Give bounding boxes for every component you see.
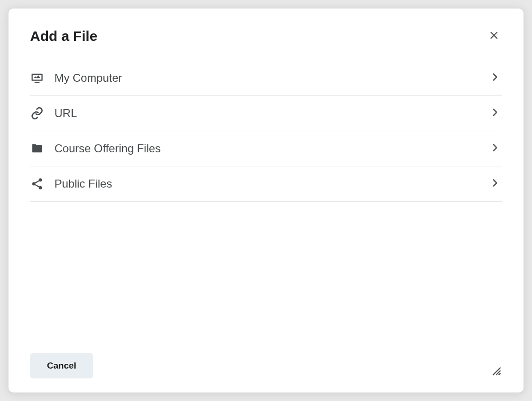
chevron-right-icon bbox=[490, 72, 500, 84]
svg-point-2 bbox=[39, 178, 42, 181]
modal-title: Add a File bbox=[30, 28, 97, 44]
chevron-right-icon bbox=[490, 142, 500, 155]
svg-line-7 bbox=[499, 373, 500, 375]
modal-footer: Cancel bbox=[30, 353, 502, 378]
source-course-offering-files[interactable]: Course Offering Files bbox=[30, 131, 502, 166]
chevron-right-icon bbox=[490, 107, 500, 119]
source-label: Public Files bbox=[54, 177, 479, 190]
source-public-files[interactable]: Public Files bbox=[30, 166, 502, 202]
share-icon bbox=[30, 177, 44, 191]
cancel-button[interactable]: Cancel bbox=[30, 353, 93, 378]
chevron-right-icon bbox=[490, 178, 500, 190]
source-url[interactable]: URL bbox=[30, 96, 502, 131]
close-button[interactable] bbox=[486, 27, 502, 45]
link-icon bbox=[30, 106, 44, 120]
source-label: My Computer bbox=[54, 71, 479, 85]
source-label: Course Offering Files bbox=[54, 142, 479, 155]
source-label: URL bbox=[54, 107, 479, 120]
resize-icon bbox=[491, 369, 501, 377]
computer-image-icon bbox=[30, 71, 44, 85]
source-my-computer[interactable]: My Computer bbox=[30, 67, 502, 96]
folder-icon bbox=[30, 142, 44, 156]
svg-point-3 bbox=[32, 182, 36, 186]
close-icon bbox=[489, 30, 499, 42]
file-source-list: My Computer URL bbox=[30, 67, 502, 344]
modal-header: Add a File bbox=[30, 27, 502, 45]
resize-handle[interactable] bbox=[490, 364, 502, 378]
svg-point-4 bbox=[39, 186, 42, 189]
add-file-modal: Add a File My Computer bbox=[8, 8, 524, 393]
